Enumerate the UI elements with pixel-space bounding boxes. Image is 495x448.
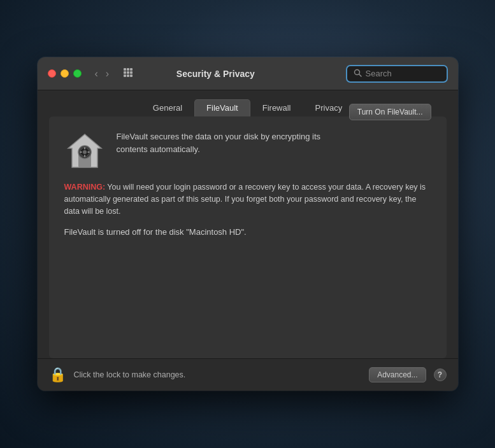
warning-body: You will need your login password or a r…	[64, 183, 426, 216]
filevault-description: FileVault secures the data on your disk …	[117, 130, 349, 155]
footer: 🔒 Click the lock to make changes. Advanc…	[38, 358, 458, 391]
svg-point-15	[83, 150, 87, 154]
maximize-button[interactable]	[73, 69, 82, 78]
turn-on-filevault-button[interactable]: Turn On FileVault...	[349, 104, 431, 120]
traffic-lights	[48, 69, 82, 78]
lock-label: Click the lock to make changes.	[74, 370, 362, 379]
svg-line-10	[359, 74, 361, 76]
search-icon	[354, 69, 362, 79]
titlebar: ‹ › Security & Privacy	[38, 57, 458, 90]
filevault-icon	[64, 130, 105, 171]
search-box[interactable]	[346, 65, 448, 83]
window-title: Security & Privacy	[93, 69, 338, 79]
tab-firewall[interactable]: Firewall	[250, 99, 303, 116]
system-preferences-window: ‹ › Security & Privacy	[38, 57, 458, 391]
filevault-header: FileVault secures the data on your disk …	[64, 130, 431, 171]
advanced-button[interactable]: Advanced...	[369, 367, 426, 382]
help-button[interactable]: ?	[434, 368, 447, 381]
tab-filevault[interactable]: FileVault	[194, 99, 250, 116]
filevault-status: FileVault is turned off for the disk "Ma…	[64, 227, 431, 237]
search-input[interactable]	[366, 69, 440, 78]
minimize-button[interactable]	[61, 69, 69, 78]
lock-icon[interactable]: 🔒	[49, 367, 66, 383]
warning-paragraph: WARNING: You will need your login passwo…	[64, 181, 431, 217]
close-button[interactable]	[48, 69, 56, 78]
filevault-content: FileVault secures the data on your disk …	[49, 116, 447, 358]
warning-label: WARNING:	[64, 183, 106, 192]
filevault-text-area: FileVault secures the data on your disk …	[117, 130, 431, 162]
tab-general[interactable]: General	[141, 99, 194, 116]
tab-privacy[interactable]: Privacy	[303, 99, 355, 116]
